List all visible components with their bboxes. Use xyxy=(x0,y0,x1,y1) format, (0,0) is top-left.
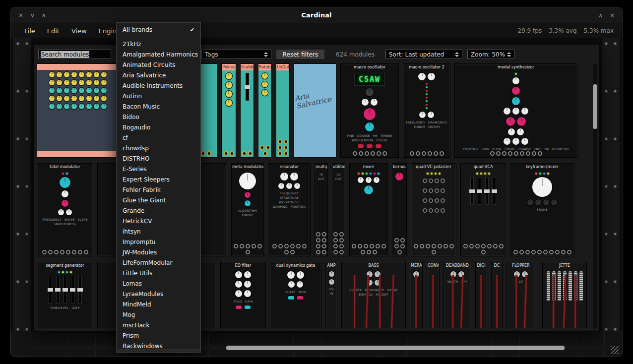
brand-menu-item-autinn[interactable]: Autinn xyxy=(117,91,200,102)
jack-port xyxy=(429,208,433,213)
module-card-jette[interactable]: JETTE xyxy=(542,262,587,328)
menu-item-view[interactable]: View xyxy=(65,26,93,36)
knob xyxy=(297,271,304,279)
module-card-utilities[interactable]: utilitiesCVOUT xyxy=(332,163,345,256)
brand-menu-item-distrho[interactable]: DISTRHO xyxy=(117,154,200,164)
brand-menu-item-cf[interactable]: cf xyxy=(117,133,200,143)
brand-menu-item-e-series[interactable]: E-Series xyxy=(117,164,200,175)
module-card-resonator[interactable]: resonatorFREQUENCYSTRUCTUREBRIGHTNESSDAM… xyxy=(268,163,311,256)
module-card-dc[interactable]: DC xyxy=(491,262,503,328)
brand-menu-item-bacon-music[interactable]: Bacon Music xyxy=(117,102,200,112)
module-card-quad-vc-polarizer[interactable]: quad VC-polarizer xyxy=(411,163,456,256)
module-card-modal-synthesizer[interactable]: modal synthesizerCONTOURBOWBLOWSTRIKECOA… xyxy=(454,63,577,158)
module-card-dual-dynamics-gate[interactable]: dual dynamics gateSHAPEMOD xyxy=(270,262,321,328)
jack-port xyxy=(400,244,405,248)
sort-dropdown[interactable]: Sort: Last updated xyxy=(385,50,462,59)
knob xyxy=(94,88,99,93)
module-card-digi[interactable]: DIGI xyxy=(475,262,487,328)
module-card-keyframer-mixer[interactable]: keyframer/mixerFRAME xyxy=(510,163,574,256)
jack-port xyxy=(60,250,64,254)
brand-menu-item-lyraemodules[interactable]: LyraeModules xyxy=(117,289,200,300)
jack-port xyxy=(487,244,492,248)
brand-menu-item-mog[interactable]: Mog xyxy=(117,310,200,320)
module-card-rotatoes[interactable]: Rotatoes xyxy=(258,63,272,158)
module-card-unnamed[interactable] xyxy=(37,63,119,158)
patch-cable xyxy=(379,275,381,328)
menu-item-edit[interactable]: Edit xyxy=(41,26,65,36)
brand-menu-item-hetrickcv[interactable]: HetrickCV xyxy=(117,216,200,227)
brand-menu-item-bogaudio[interactable]: Bogaudio xyxy=(117,122,200,133)
chevron-down-icon[interactable]: ∨ xyxy=(30,12,35,19)
led xyxy=(539,173,541,175)
brand-menu-item-bidoo[interactable]: Bidoo xyxy=(117,112,200,122)
vertical-scrollbar[interactable] xyxy=(593,63,597,328)
brand-menu-item-all-brands[interactable]: All brands ✔ xyxy=(117,25,200,35)
module-card-mixer[interactable]: mixer xyxy=(349,163,388,256)
panel-label: IN xyxy=(330,292,333,295)
jack-port xyxy=(246,244,250,248)
menu-scroll-hint[interactable] xyxy=(117,349,200,352)
menu-item-file[interactable]: File xyxy=(18,26,41,36)
brand-menu-item-mindmeld[interactable]: MindMeld xyxy=(117,300,200,310)
module-card-conv[interactable]: CONV xyxy=(427,262,440,328)
module-title: macro oscillator 2 xyxy=(403,64,450,70)
module-card-segment-generator[interactable]: segment generatorTIME/LEVELGATE xyxy=(37,262,93,328)
brand-menu-item-prism[interactable]: Prism xyxy=(117,331,200,341)
brand-menu-item-lomas[interactable]: Lomas xyxy=(117,279,200,289)
led xyxy=(431,173,433,175)
module-title: mixer xyxy=(350,164,387,170)
jack-port xyxy=(435,208,439,213)
module-card-unnamed[interactable]: Aria Salvatrice xyxy=(294,63,336,158)
search-input[interactable]: Search modules xyxy=(38,50,111,59)
module-card-macro-oscillator-2[interactable]: macro oscillator 2FREQUENCYHARMONICSTIMB… xyxy=(403,63,450,158)
module-card-multiples[interactable]: multiplesINOUT xyxy=(315,163,328,256)
module-card-macro-oscillator[interactable]: macro oscillatorCSAWFINECOARSEFMTIMBREMO… xyxy=(340,63,399,158)
knob xyxy=(79,96,84,101)
module-card-grabby[interactable]: Grabby xyxy=(240,63,254,158)
module-card-bernoulli-gate[interactable]: bernoulli gate xyxy=(392,163,407,256)
knob xyxy=(419,112,426,118)
brand-menu-item-amalgamated-harmonics[interactable]: Amalgamated Harmonics xyxy=(117,50,200,60)
brand-menu-item-glue-the-giant[interactable]: Glue the Giant xyxy=(117,195,200,206)
window-close-box-icon[interactable]: × xyxy=(610,12,615,19)
module-card-bass[interactable]: BASSCUTOFFRESONANCEDECAYENVMODACCENT xyxy=(341,262,406,328)
module-card-tidal-modulator[interactable]: tidal modulatorFREQUENCYSHAPESLOPESMOOTH… xyxy=(37,163,93,256)
module-card-undular[interactable]: UnDuLaR xyxy=(276,63,290,158)
brand-menu-item-fehler-fabrik[interactable]: Fehler Fabrik xyxy=(117,185,200,195)
brand-menu-item-audible-instruments[interactable]: Audible Instruments xyxy=(117,81,200,91)
module-card-deadband[interactable]: DEADBANDWIDTHGAP xyxy=(443,262,471,328)
brand-menu-item-21khz[interactable]: 21kHz xyxy=(117,39,200,50)
brand-menu-item-lifeformmodular[interactable]: LifeFormModular xyxy=(117,258,200,268)
brand-menu-item-mschack[interactable]: mscHack xyxy=(117,320,200,331)
reset-filters-label: Reset filters xyxy=(283,51,318,58)
brand-menu-item-expert-sleepers[interactable]: Expert Sleepers xyxy=(117,175,200,185)
module-card-pokies[interactable]: Pokies xyxy=(221,63,236,158)
vertical-scrollbar-thumb[interactable] xyxy=(593,84,597,129)
brand-menu-item-chowdsp[interactable]: chowdsp xyxy=(117,143,200,154)
brand-menu-item-grande[interactable]: Grande xyxy=(117,206,200,216)
tags-dropdown[interactable]: Tags xyxy=(201,50,271,59)
brand-menu-item-ihtsyn[interactable]: ihtsyn xyxy=(117,227,200,237)
module-card-amp[interactable]: AMPCVIN xyxy=(325,262,337,328)
panel-label: TIMBRE xyxy=(242,213,253,217)
reset-filters-button[interactable]: Reset filters xyxy=(276,50,324,59)
module-card-eq-filter[interactable]: EQ filterFREQGAIN xyxy=(220,262,266,328)
window-close-icon[interactable]: × xyxy=(18,12,23,19)
brand-menu-item-little-utils[interactable]: Little Utils xyxy=(117,268,200,279)
resize-grip[interactable] xyxy=(611,346,619,354)
chevron-up-icon[interactable]: ∧ xyxy=(42,12,46,19)
module-card-quad-vca[interactable]: quad VCA xyxy=(460,163,506,256)
brand-menu-item-jw-modules[interactable]: JW-Modules xyxy=(117,247,200,258)
jack-port xyxy=(266,145,270,150)
window-shade-icon[interactable]: ∧ xyxy=(598,12,603,19)
brand-menu-item-impromptu[interactable]: Impromptu xyxy=(117,237,200,247)
panel-label: FRAME xyxy=(537,208,547,211)
horizontal-scrollbar-thumb[interactable] xyxy=(226,346,565,350)
module-card-mera[interactable]: MERA xyxy=(410,262,423,328)
brand-menu-item-animated-circuits[interactable]: Animated Circuits xyxy=(117,60,200,70)
module-card-flopper[interactable]: FLOPPERCV xyxy=(506,262,535,328)
module-card-meta-modulator[interactable]: meta modulatorALGORITHMTIMBRE xyxy=(231,163,264,256)
brand-menu-item-aria-salvatrice[interactable]: Aria Salvatrice xyxy=(117,70,200,81)
zoom-dropdown[interactable]: Zoom: 50% xyxy=(467,50,514,59)
module-title: resonator xyxy=(268,164,310,170)
